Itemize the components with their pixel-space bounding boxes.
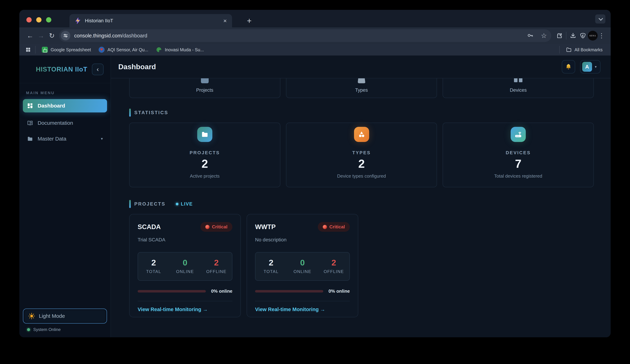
- all-bookmarks-button[interactable]: All Bookmarks: [563, 47, 606, 52]
- project-card-scada: SCADA Critical Trial SCADA 2 TOTAL: [129, 214, 241, 317]
- offline-count: 2: [201, 258, 232, 267]
- system-status: System Online: [27, 327, 110, 332]
- forward-button[interactable]: →: [36, 32, 46, 39]
- stat-card-devices[interactable]: DEVICES 7 Total devices registered: [442, 123, 594, 187]
- sidebar: HISTORIAN IIoT ‹ MAIN MENU Dashboard: [19, 55, 111, 337]
- stat-card-types[interactable]: TYPES 2 Device types configured: [286, 123, 437, 187]
- main-panel: Dashboard A: [111, 55, 611, 337]
- project-cards-row: SCADA Critical Trial SCADA 2 TOTAL: [129, 214, 594, 317]
- favicon-lightning-icon: [75, 17, 81, 24]
- project-description: No description: [255, 237, 350, 243]
- tab-search-button[interactable]: [595, 14, 606, 23]
- extensions-icon[interactable]: [554, 31, 564, 40]
- router-icon: [511, 127, 526, 142]
- browser-toolbar: ← → ↻ console.thingsid.com/dashboard ☆: [19, 27, 611, 44]
- window-zoom-button[interactable]: [46, 17, 51, 22]
- dashboard-content: Projects Types Devices STATISTICS: [111, 78, 611, 337]
- bookmarks-divider: [35, 46, 36, 53]
- address-bar[interactable]: console.thingsid.com/dashboard ☆: [59, 29, 551, 42]
- spreadsheet-icon: [42, 47, 48, 53]
- bookmark-star-icon[interactable]: ☆: [539, 31, 549, 40]
- new-tab-button[interactable]: +: [244, 16, 254, 26]
- live-badge: LIVE: [176, 201, 193, 207]
- quick-card-types[interactable]: Types: [286, 78, 437, 98]
- bookmark-google-spreadsheet[interactable]: Google Spreadsheet: [39, 47, 94, 53]
- online-percent: 0% online: [211, 289, 232, 294]
- browser-tab[interactable]: Historian IIoT ×: [70, 14, 232, 27]
- online-progress-bar: [255, 290, 323, 293]
- online-count: 0: [169, 258, 200, 267]
- statistics-section-header: STATISTICS: [129, 109, 594, 117]
- tab-strip: Historian IIoT × +: [19, 10, 611, 27]
- sidebar-header: HISTORIAN IIoT ‹: [19, 55, 110, 83]
- types-icon: [358, 78, 366, 83]
- project-name: WWTP: [255, 223, 276, 231]
- password-key-icon[interactable]: [525, 31, 535, 40]
- device-stats-box: 2 TOTAL 0 ONLINE 2 OFFLINE: [138, 252, 232, 281]
- section-accent-bar: [129, 200, 131, 208]
- window-close-button[interactable]: [26, 17, 32, 22]
- projects-icon: [201, 78, 209, 83]
- bookmarks-bar: Google Spreadsheet AQI Sensor, Air Qu...…: [19, 44, 611, 55]
- avatar: A: [582, 62, 592, 72]
- reload-button[interactable]: ↻: [46, 32, 57, 39]
- back-button[interactable]: ←: [24, 32, 36, 39]
- live-dot-icon: [176, 203, 178, 205]
- bookmarks-right-divider: [559, 46, 560, 53]
- project-card-wwtp: WWTP Critical No description 2 TOTAL: [246, 214, 358, 317]
- chevron-down-icon: [598, 16, 603, 20]
- sidebar-item-documentation[interactable]: Documentation: [23, 116, 107, 130]
- dashboard-grid-icon: [27, 103, 33, 109]
- toolbar-divider: [566, 32, 566, 39]
- chevron-down-icon: ▾: [101, 136, 103, 141]
- browser-window: Historian IIoT × + ← → ↻ console.thingsi…: [19, 10, 611, 337]
- online-status-dot: [27, 328, 30, 331]
- project-name: SCADA: [138, 223, 161, 231]
- quick-card-devices[interactable]: Devices: [442, 78, 594, 98]
- inovasi-swirl-icon: [156, 47, 162, 53]
- window-minimize-button[interactable]: [36, 17, 42, 22]
- projects-section-header: PROJECTS LIVE: [129, 200, 594, 208]
- status-badge: Critical: [200, 222, 232, 232]
- view-monitoring-link[interactable]: View Real-time Monitoring →: [255, 301, 350, 318]
- offline-count: 2: [318, 258, 350, 267]
- browser-profile-avatar[interactable]: SENA: [588, 31, 598, 40]
- total-count: 2: [256, 258, 287, 267]
- notifications-button[interactable]: [562, 60, 575, 73]
- critical-dot-icon: [323, 225, 327, 229]
- apps-grid-icon[interactable]: [24, 46, 32, 53]
- device-stats-box: 2 TOTAL 0 ONLINE 2 OFFLINE: [255, 252, 350, 281]
- light-mode-toggle[interactable]: Light Mode: [23, 309, 107, 324]
- sidebar-item-master-data[interactable]: Master Data ▾: [23, 132, 107, 145]
- site-settings-icon[interactable]: [61, 31, 70, 40]
- bookmark-inovasi-muda[interactable]: Inovasi Muda - Su...: [153, 47, 207, 53]
- sun-icon: [28, 313, 35, 319]
- user-menu-button[interactable]: A ▾: [580, 60, 600, 73]
- statistics-row: PROJECTS 2 Active projects TYPES: [129, 123, 594, 187]
- app-logo: HISTORIAN IIoT: [36, 66, 87, 73]
- quick-cards-row: Projects Types Devices: [129, 78, 594, 98]
- url-text: console.thingsid.com/dashboard: [74, 33, 147, 39]
- window-controls: [26, 17, 51, 22]
- status-badge: Critical: [318, 222, 350, 232]
- sidebar-item-dashboard[interactable]: Dashboard: [23, 99, 107, 112]
- online-count: 0: [287, 258, 318, 267]
- devices-icon: [513, 78, 523, 83]
- main-menu-label: MAIN MENU: [26, 91, 110, 95]
- bell-icon: [565, 63, 572, 70]
- downloads-icon[interactable]: [568, 31, 578, 40]
- book-icon: [27, 120, 33, 126]
- total-count: 2: [138, 258, 169, 267]
- tab-close-icon[interactable]: ×: [223, 18, 227, 24]
- shapes-icon: [354, 127, 369, 142]
- bookmark-aqi-sensor[interactable]: AQI Sensor, Air Qu...: [96, 47, 151, 53]
- sidebar-collapse-button[interactable]: ‹: [92, 64, 104, 75]
- stat-card-projects[interactable]: PROJECTS 2 Active projects: [129, 123, 280, 187]
- tab-title: Historian IIoT: [85, 18, 220, 23]
- view-monitoring-link[interactable]: View Real-time Monitoring →: [138, 301, 232, 318]
- performance-leaf-icon[interactable]: [578, 31, 588, 40]
- quick-card-projects[interactable]: Projects: [129, 78, 280, 98]
- browser-menu-icon[interactable]: ⋮: [598, 32, 606, 39]
- projects-folder-icon: [197, 127, 212, 142]
- section-accent-bar: [129, 109, 131, 117]
